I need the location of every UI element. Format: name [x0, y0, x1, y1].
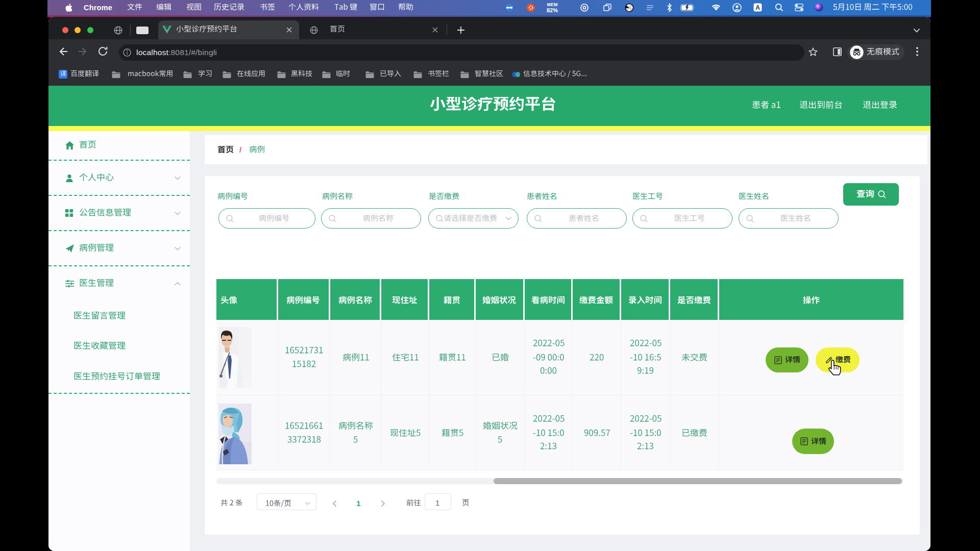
svg-text:A: A: [755, 4, 760, 11]
